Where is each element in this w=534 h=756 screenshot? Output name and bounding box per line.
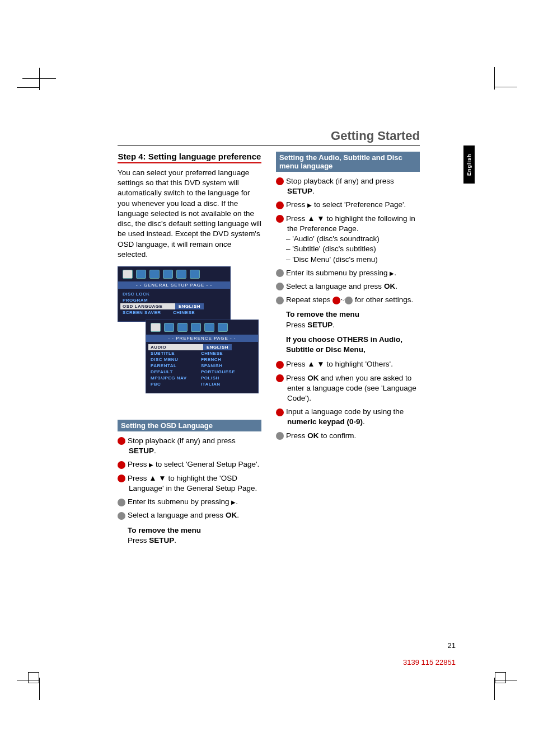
step-number-3-icon: 3 bbox=[276, 408, 284, 416]
eq-icon bbox=[163, 270, 173, 279]
step-number-2-icon: 2 bbox=[276, 374, 284, 382]
step-number-1-icon: 1 bbox=[118, 437, 125, 445]
step-item: 3Input a language code by using the nume… bbox=[276, 407, 420, 427]
osd-banner: - - PREFERENCE PAGE - - bbox=[146, 335, 258, 342]
remove-menu-block: To remove the menu Press SETUP. bbox=[128, 525, 261, 546]
step-item: 5Select a language and press OK. bbox=[276, 281, 420, 292]
step-number-5-icon: 5 bbox=[118, 512, 125, 520]
step-number-6-icon: 6 bbox=[276, 297, 284, 304]
tv-icon bbox=[123, 270, 133, 279]
tuning-icon bbox=[177, 323, 188, 332]
subhead-audio-subtitle-disc: Setting the Audio, Subtitle and Disc men… bbox=[276, 152, 420, 172]
osd-icon-row bbox=[146, 320, 258, 335]
step-item: 1Stop playback (if any) and press SETUP. bbox=[118, 436, 261, 456]
tv-icon bbox=[151, 323, 161, 332]
step-number-4-icon: 4 bbox=[276, 269, 284, 277]
step-item: 1Stop playback (if any) and press SETUP. bbox=[276, 176, 420, 196]
step-item: 4Enter its submenu by pressing ▶. bbox=[276, 268, 420, 278]
step-number-4-icon: 4 bbox=[118, 499, 125, 506]
speaker-icon bbox=[164, 323, 174, 332]
osd-preference-page: - - PREFERENCE PAGE - - AUDIOENGLISH SUB… bbox=[146, 320, 259, 393]
step-number-4-icon: 4 bbox=[276, 432, 284, 440]
step-number-5-icon: 5 bbox=[345, 297, 353, 304]
step-number-1-icon: 1 bbox=[276, 177, 284, 185]
osd-banner: - - GENERAL SETUP PAGE - - bbox=[118, 281, 230, 289]
step-number-3-icon: 3 bbox=[118, 475, 125, 482]
step-number-2-icon: 2 bbox=[118, 461, 125, 469]
osd-general-setup: - - GENERAL SETUP PAGE - - DISC LOCK PRO… bbox=[118, 266, 231, 322]
step-item: 4Enter its submenu by pressing ▶. bbox=[118, 497, 261, 507]
osd-screenshot: - - GENERAL SETUP PAGE - - DISC LOCK PRO… bbox=[118, 266, 257, 412]
language-tab: English bbox=[463, 145, 475, 184]
step-number-1-icon: 1 bbox=[276, 361, 284, 369]
others-heading: If you choose OTHERS in Audio, Subtitle … bbox=[286, 335, 420, 355]
step-item: 4Press OK to confirm. bbox=[276, 431, 420, 441]
step-number-2-icon: 2 bbox=[276, 201, 284, 209]
exit-icon bbox=[190, 270, 200, 279]
remove-menu-block: To remove the menu Press SETUP. bbox=[286, 309, 420, 330]
step-item: 2Press OK and when you are asked to ente… bbox=[276, 373, 420, 404]
step-item: 6Repeat steps 3~5 for other settings. bbox=[276, 295, 420, 305]
step-number-3-icon: 3 bbox=[332, 297, 340, 304]
exit-icon bbox=[218, 323, 228, 332]
step-item: 1Press ▲ ▼ to highlight 'Others'. bbox=[276, 359, 420, 369]
step-item: 3Press ▲ ▼ to highlight the following in… bbox=[276, 214, 420, 265]
step-number-3-icon: 3 bbox=[276, 215, 284, 223]
page-title: Getting Started bbox=[331, 129, 420, 143]
intro-text: You can select your preferred language s… bbox=[118, 168, 261, 260]
document-number: 3139 115 22851 bbox=[403, 658, 456, 666]
step-item: 2Press ▶ to select 'General Setup Page'. bbox=[118, 459, 261, 469]
step-number-5-icon: 5 bbox=[276, 283, 284, 290]
step-item: 3Press ▲ ▼ to highlight the 'OSD Languag… bbox=[118, 473, 261, 494]
osd-icon-row bbox=[118, 267, 230, 281]
step-heading: Step 4: Setting language preference bbox=[118, 152, 261, 163]
eq-icon bbox=[191, 323, 201, 332]
lock-icon bbox=[204, 323, 214, 332]
step-item: 2Press ▶ to select 'Preference Page'. bbox=[276, 200, 420, 210]
step-item: 5Select a language and press OK. bbox=[118, 510, 261, 520]
subhead-osd-language: Setting the OSD Language bbox=[118, 420, 261, 431]
lock-icon bbox=[176, 270, 186, 279]
tuning-icon bbox=[149, 270, 160, 279]
page-number: 21 bbox=[448, 641, 456, 650]
speaker-icon bbox=[136, 270, 146, 279]
